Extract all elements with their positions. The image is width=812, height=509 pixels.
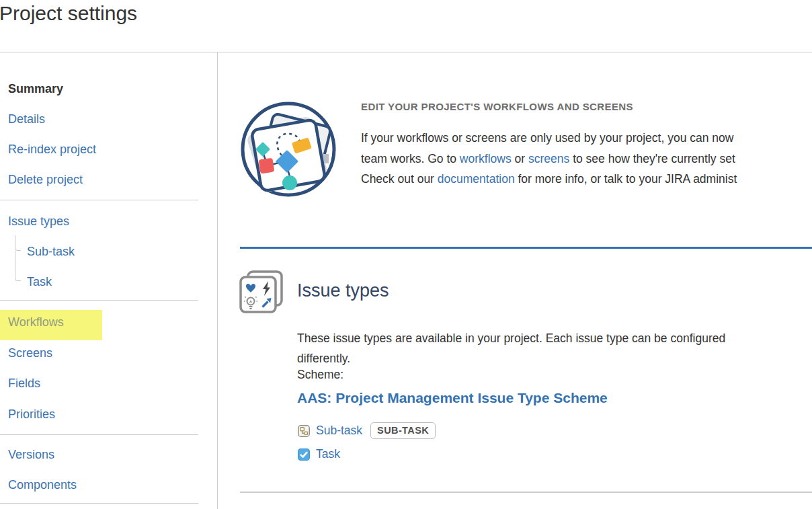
sidebar-item-delete-project[interactable]: Delete project: [8, 173, 83, 186]
scheme-label: Scheme:: [297, 368, 343, 382]
overview-line-1: If your workflows or screens are only us…: [361, 128, 737, 149]
sidebar-item-screens[interactable]: Screens: [8, 346, 52, 360]
sidebar-item-task[interactable]: Task: [27, 275, 52, 288]
overview-line-2: team works. Go to workflows or screens t…: [361, 149, 737, 169]
issue-types-heading: Issue types: [297, 280, 389, 301]
header-divider: [0, 52, 812, 52]
tree-branch-line: [15, 235, 21, 251]
issue-types-stack-icon: [239, 270, 285, 316]
tree-branch-line: [15, 251, 21, 281]
subtask-link[interactable]: Sub-task: [316, 424, 362, 438]
workflow-folder-illustration-icon: [237, 100, 343, 202]
section-accent-rule: [240, 247, 812, 249]
section-bottom-rule: [240, 492, 812, 493]
subtask-badge: SUB-TASK: [370, 422, 436, 439]
sidebar-item-workflows-label: Workflows: [8, 315, 64, 329]
sidebar-item-priorities[interactable]: Priorities: [8, 407, 55, 421]
sidebar-item-details[interactable]: Details: [8, 112, 45, 126]
sidebar-item-versions[interactable]: Versions: [8, 448, 54, 461]
task-checkbox-icon: [298, 448, 310, 461]
issue-types-description: These issue types are available in your …: [297, 328, 768, 368]
issue-type-scheme-link[interactable]: AAS: Project Management Issue Type Schem…: [297, 390, 608, 406]
sidebar-item-issue-types[interactable]: Issue types: [8, 214, 69, 228]
sidebar-item-workflows[interactable]: Workflows: [0, 310, 102, 340]
task-link[interactable]: Task: [316, 447, 340, 461]
screens-link[interactable]: screens: [528, 152, 569, 165]
workflows-link[interactable]: workflows: [460, 152, 512, 165]
page-title: Project settings: [0, 1, 137, 26]
sidebar-item-summary[interactable]: Summary: [8, 82, 63, 95]
documentation-link[interactable]: documentation: [438, 172, 515, 186]
subtask-icon: [298, 425, 310, 437]
sidebar-divider: [0, 503, 198, 504]
sidebar-content-divider: [217, 52, 218, 509]
sidebar-item-components[interactable]: Components: [8, 478, 77, 492]
sidebar-item-reindex-project[interactable]: Re-index project: [8, 143, 96, 156]
issue-type-row-task: Task: [298, 447, 340, 461]
issue-type-row-subtask: Sub-task SUB-TASK: [298, 422, 436, 439]
sidebar-divider: [0, 200, 198, 200]
overview-paragraph: If your workflows or screens are only us…: [361, 128, 737, 190]
sidebar-divider: [0, 434, 198, 435]
overview-line-3: Check out our documentation for more inf…: [361, 169, 737, 190]
sidebar-divider: [0, 300, 198, 301]
overview-heading: EDIT YOUR PROJECT'S WORKFLOWS AND SCREEN…: [361, 101, 633, 112]
sidebar-item-sub-task[interactable]: Sub-task: [27, 245, 75, 258]
sidebar-item-fields[interactable]: Fields: [8, 377, 40, 390]
